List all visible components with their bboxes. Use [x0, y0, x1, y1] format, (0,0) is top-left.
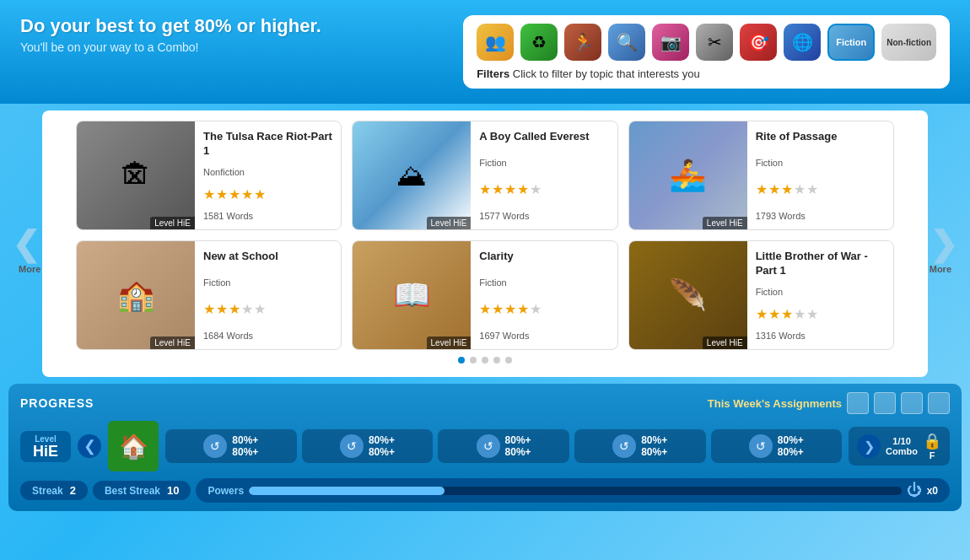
star-empty: ★	[794, 181, 806, 197]
progress-slot-4[interactable]: ↺ 80%+ 80%+	[711, 429, 843, 463]
card-genre-3: Fiction	[203, 277, 332, 288]
slot-text1-0: 80%+	[232, 434, 258, 446]
combo-nav-btn[interactable]: ❯	[857, 434, 881, 458]
pagination-dot-0[interactable]	[458, 357, 465, 363]
left-more-label: More	[19, 264, 40, 274]
card-genre-2: Fiction	[756, 158, 885, 168]
star-empty: ★	[530, 301, 542, 317]
lock-icon: 🔒	[923, 433, 941, 450]
card-words-3: 1684 Words	[203, 331, 332, 341]
filter-recycle-btn[interactable]: ♻	[520, 24, 558, 61]
slot-texts-2: 80%+ 80%+	[505, 434, 531, 458]
card-item-4[interactable]: 📖 Level HiE Clarity Fiction ★★★★★ 1697 W…	[352, 240, 617, 350]
assignment-box-2[interactable]	[874, 392, 896, 414]
filter-icons-row: 👥 ♻ 🏃 🔍 📷 ✂ 🎯 🌐 Fiction Non-fiction	[477, 24, 936, 61]
star-empty: ★	[530, 181, 542, 197]
card-level-badge-0: Level HiE	[150, 217, 195, 229]
card-info-2: Rite of Passage Fiction ★★★★★ 1793 Words	[747, 121, 893, 229]
slot-texts-0: 80%+ 80%+	[232, 434, 258, 458]
level-value: HiE	[27, 444, 64, 459]
card-title-3: New at School	[203, 250, 332, 264]
card-genre-4: Fiction	[479, 277, 608, 288]
card-words-1: 1577 Words	[479, 211, 608, 221]
progress-slot-1[interactable]: ↺ 80%+ 80%+	[302, 429, 434, 463]
star-empty: ★	[806, 306, 818, 322]
progress-slot-0[interactable]: ↺ 80%+ 80%+	[165, 429, 297, 463]
card-grid: 🏚 Level HiE The Tulsa Race Riot-Part 1 N…	[76, 121, 894, 350]
card-image-bg-4: 📖	[353, 241, 471, 349]
pagination-dot-2[interactable]	[482, 357, 488, 363]
slot-text1-3: 80%+	[641, 434, 667, 446]
card-info-3: New at School Fiction ★★★★★ 1684 Words	[195, 241, 341, 349]
slot-text2-1: 80%+	[369, 446, 395, 458]
star-full: ★	[203, 186, 215, 202]
assignment-box-4[interactable]	[928, 392, 950, 414]
card-image-bg-3: 🏫	[77, 241, 195, 349]
card-item-5[interactable]: 🪶 Level HiE Little Brother of War - Part…	[628, 240, 894, 350]
star-full: ★	[229, 186, 240, 202]
filter-target-btn[interactable]: 🎯	[740, 24, 777, 61]
level-label: Level	[27, 434, 64, 444]
slot-text2-4: 80%+	[778, 446, 804, 458]
slot-icon-2: ↺	[477, 434, 500, 458]
star-empty: ★	[241, 301, 253, 317]
best-streak-label: Best Streak	[105, 485, 160, 497]
star-full: ★	[216, 301, 228, 317]
pagination-dot-1[interactable]	[470, 357, 477, 363]
slot-text2-3: 80%+	[641, 446, 667, 458]
card-words-5: 1316 Words	[756, 331, 885, 341]
card-words-0: 1581 Words	[203, 211, 332, 221]
card-image-bg-2: 🚣	[629, 121, 747, 229]
assignment-box-3[interactable]	[901, 392, 923, 414]
card-info-0: The Tulsa Race Riot-Part 1 Nonfiction ★★…	[195, 121, 341, 229]
slot-icon-1: ↺	[340, 434, 364, 458]
slot-texts-4: 80%+ 80%+	[778, 434, 804, 458]
card-item-2[interactable]: 🚣 Level HiE Rite of Passage Fiction ★★★★…	[628, 121, 894, 230]
card-info-4: Clarity Fiction ★★★★★ 1697 Words	[471, 241, 617, 349]
combo-text: 1/10Combo	[886, 436, 918, 456]
filter-tools-btn[interactable]: ✂	[696, 24, 733, 61]
progress-slot-3[interactable]: ↺ 80%+ 80%+	[574, 429, 706, 463]
card-stars-0: ★★★★★	[203, 186, 332, 202]
pagination-dot-4[interactable]	[505, 357, 512, 363]
card-title-5: Little Brother of War - Part 1	[756, 250, 885, 278]
filter-people-btn[interactable]: 👥	[477, 24, 514, 61]
filter-nonfiction-btn[interactable]: Non-fiction	[881, 24, 936, 61]
card-item-3[interactable]: 🏫 Level HiE New at School Fiction ★★★★★ …	[76, 240, 342, 350]
card-item-0[interactable]: 🏚 Level HiE The Tulsa Race Riot-Part 1 N…	[76, 121, 342, 230]
streak-value: 2	[70, 484, 76, 497]
streak-pill: Streak 2	[20, 481, 88, 500]
pagination-dot-3[interactable]	[493, 357, 500, 363]
card-image-3: 🏫 Level HiE	[77, 241, 195, 349]
filter-search-btn[interactable]: 🔍	[608, 24, 645, 61]
level-nav-left-btn[interactable]: ❮	[78, 434, 101, 458]
card-image-1: ⛰ Level HiE	[353, 121, 471, 229]
filter-person-btn[interactable]: 🏃	[564, 24, 601, 61]
slot-text2-2: 80%+	[505, 446, 531, 458]
avatar-slot: 🏠	[108, 421, 159, 471]
filter-fiction-btn[interactable]: Fiction	[827, 24, 875, 61]
slot-icon-4: ↺	[749, 434, 773, 458]
combo-slot: ❯ 1/10Combo 🔒 F	[849, 427, 950, 466]
left-arrow-btn[interactable]: ❮	[12, 224, 40, 263]
power-count: x0	[927, 485, 938, 497]
assignment-box-1[interactable]	[847, 392, 869, 414]
card-title-1: A Boy Called Everest	[479, 130, 608, 144]
banner-heading: Do your best to get 80% or higher.	[20, 15, 321, 37]
card-item-1[interactable]: ⛰ Level HiE A Boy Called Everest Fiction…	[352, 121, 617, 230]
progress-section: PROGRESS This Week's Assignments Level H…	[8, 384, 962, 511]
card-title-4: Clarity	[479, 250, 608, 264]
progress-slot-2[interactable]: ↺ 80%+ 80%+	[438, 429, 569, 463]
powers-label: Powers	[207, 485, 244, 497]
right-arrow-btn[interactable]: ❯	[930, 224, 958, 263]
card-stars-4: ★★★★★	[479, 301, 608, 317]
filter-camera-btn[interactable]: 📷	[652, 24, 689, 61]
filter-globe-btn[interactable]: 🌐	[784, 24, 821, 61]
card-level-badge-1: Level HiE	[427, 217, 472, 229]
star-full: ★	[756, 181, 768, 197]
card-image-bg-5: 🪶	[629, 241, 747, 349]
card-level-badge-3: Level HiE	[150, 337, 195, 349]
star-full: ★	[216, 186, 228, 202]
star-full: ★	[492, 301, 504, 317]
top-banner: Do your best to get 80% or higher. You'l…	[0, 0, 970, 104]
